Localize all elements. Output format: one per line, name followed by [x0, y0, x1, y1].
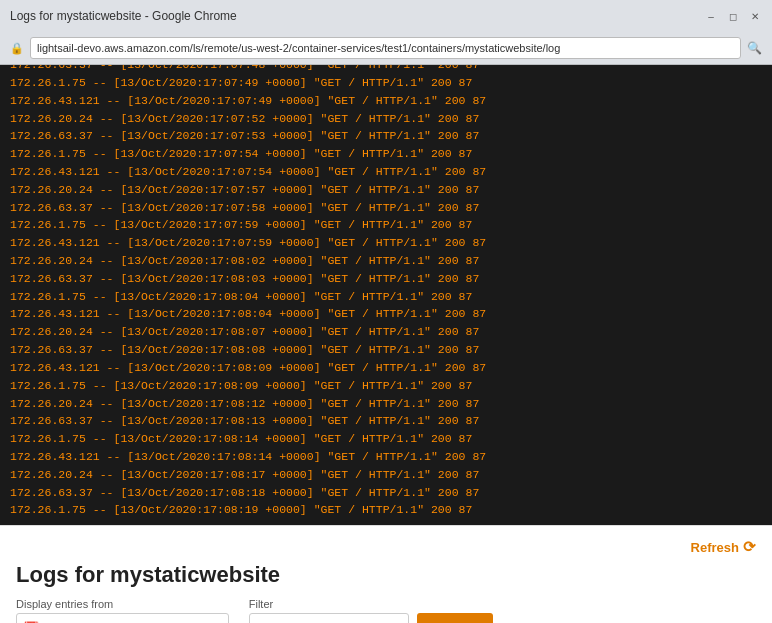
search-icon[interactable]: 🔍 — [747, 41, 762, 55]
log-line: 172.26.63.37 -- [13/Oct/2020:17:08:13 +0… — [10, 412, 762, 430]
url-input[interactable]: lightsail-devo.aws.amazon.com/ls/remote/… — [30, 37, 741, 59]
filter-group: Filter Apply Include Exclude — [249, 598, 493, 623]
log-line: 172.26.43.121 -- [13/Oct/2020:17:08:14 +… — [10, 448, 762, 466]
log-line: 172.26.20.24 -- [13/Oct/2020:17:07:52 +0… — [10, 110, 762, 128]
log-line: 172.26.63.37 -- [13/Oct/2020:17:08:18 +0… — [10, 484, 762, 502]
log-line: 172.26.43.121 -- [13/Oct/2020:17:08:09 +… — [10, 359, 762, 377]
close-button[interactable]: ✕ — [748, 9, 762, 23]
log-line: 172.26.1.75 -- [13/Oct/2020:17:08:19 +00… — [10, 501, 762, 519]
apply-button[interactable]: Apply — [417, 613, 493, 623]
browser-chrome: Logs for mystaticwebsite - Google Chrome… — [0, 0, 772, 65]
log-line: 172.26.20.24 -- [13/Oct/2020:17:07:57 +0… — [10, 181, 762, 199]
log-line: 172.26.1.75 -- [13/Oct/2020:17:07:49 +00… — [10, 74, 762, 92]
log-line: 172.26.43.121 -- [13/Oct/2020:17:07:49 +… — [10, 92, 762, 110]
log-line: 172.26.63.37 -- [13/Oct/2020:17:08:03 +0… — [10, 270, 762, 288]
log-line: 172.26.43.121 -- [13/Oct/2020:17:08:04 +… — [10, 305, 762, 323]
log-line: 172.26.1.75 -- [13/Oct/2020:17:08:04 +00… — [10, 288, 762, 306]
window-controls[interactable]: – ◻ ✕ — [704, 9, 762, 23]
filter-row: Apply — [249, 613, 493, 623]
minimize-button[interactable]: – — [704, 9, 718, 23]
maximize-button[interactable]: ◻ — [726, 9, 740, 23]
log-line: 172.26.1.75 -- [13/Oct/2020:17:07:59 +00… — [10, 216, 762, 234]
log-line: 172.26.20.24 -- [13/Oct/2020:17:08:07 +0… — [10, 323, 762, 341]
bottom-panel: Refresh ⟳ Logs for mystaticwebsite Displ… — [0, 525, 772, 623]
log-line: 172.26.63.37 -- [13/Oct/2020:17:08:08 +0… — [10, 341, 762, 359]
address-bar: 🔒 lightsail-devo.aws.amazon.com/ls/remot… — [0, 32, 772, 64]
url-text: lightsail-devo.aws.amazon.com/ls/remote/… — [37, 42, 560, 54]
refresh-icon: ⟳ — [743, 538, 756, 556]
log-line: 172.26.43.121 -- [13/Oct/2020:17:07:54 +… — [10, 163, 762, 181]
log-line: 172.26.20.24 -- [13/Oct/2020:17:08:02 +0… — [10, 252, 762, 270]
filter-input[interactable] — [249, 613, 409, 623]
log-terminal: 172.26.20.24 -- [13/Oct/2020:17:07:42 +0… — [0, 65, 772, 525]
title-bar: Logs for mystaticwebsite - Google Chrome… — [0, 0, 772, 32]
date-range-group: Display entries from 📅 --/--/---- --:-- … — [16, 598, 229, 623]
lock-icon: 🔒 — [10, 42, 24, 55]
controls-row: Display entries from 📅 --/--/---- --:-- … — [16, 598, 756, 623]
log-line: 172.26.1.75 -- [13/Oct/2020:17:08:14 +00… — [10, 430, 762, 448]
log-line: 172.26.1.75 -- [13/Oct/2020:17:07:54 +00… — [10, 145, 762, 163]
browser-title: Logs for mystaticwebsite - Google Chrome — [10, 9, 237, 23]
log-line: 172.26.20.24 -- [13/Oct/2020:17:08:17 +0… — [10, 466, 762, 484]
log-line: 172.26.43.121 -- [13/Oct/2020:17:07:59 +… — [10, 234, 762, 252]
refresh-row: Refresh ⟳ — [16, 538, 756, 556]
log-line: 172.26.63.37 -- [13/Oct/2020:17:07:58 +0… — [10, 199, 762, 217]
log-line: 172.26.63.37 -- [13/Oct/2020:17:07:48 +0… — [10, 65, 762, 74]
page-title: Logs for mystaticwebsite — [16, 562, 756, 588]
log-line: 172.26.63.37 -- [13/Oct/2020:17:07:53 +0… — [10, 127, 762, 145]
date-range-input[interactable]: 📅 --/--/---- --:-- -- ▼ - --/--/---- --:… — [16, 613, 229, 623]
refresh-label: Refresh — [691, 540, 739, 555]
refresh-button[interactable]: Refresh ⟳ — [691, 538, 756, 556]
filter-label: Filter — [249, 598, 493, 610]
log-line: 172.26.20.24 -- [13/Oct/2020:17:08:12 +0… — [10, 395, 762, 413]
display-entries-label: Display entries from — [16, 598, 229, 610]
log-line: 172.26.1.75 -- [13/Oct/2020:17:08:09 +00… — [10, 377, 762, 395]
